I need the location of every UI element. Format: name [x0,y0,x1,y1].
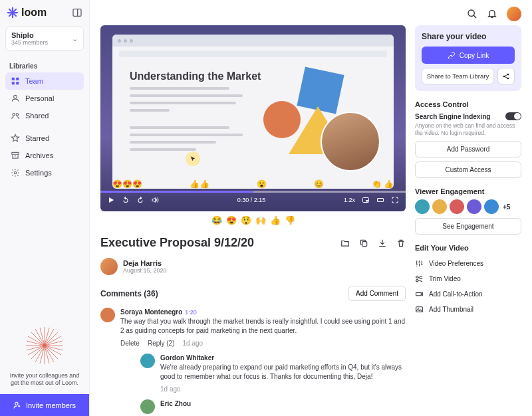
commenter-avatar[interactable] [100,308,115,322]
svg-rect-8 [12,82,15,84]
sidebar-item-settings[interactable]: Settings [5,164,84,181]
sidebar-item-shared[interactable]: Shared [5,107,84,124]
custom-access-button[interactable]: Custom Access [415,161,521,178]
author-avatar[interactable] [100,258,118,275]
sidebar-item-starred[interactable]: Starred [5,130,84,147]
svg-point-50 [416,276,418,278]
svg-rect-13 [12,152,19,154]
access-control-section: Access Control Search Engine Indexing An… [415,100,521,178]
comment-age: 1d ago [182,340,203,347]
indexing-label: Search Engine Indexing [415,113,490,120]
indexing-sub: Anyone on the web can find and access th… [415,122,521,137]
invite-icon [13,401,22,409]
cursor-icon [186,152,200,166]
rewind-icon[interactable] [122,196,130,204]
theater-icon[interactable] [376,196,384,204]
emoji-timeline: 😍😍😍👍👍😮😊👏 👍 [100,179,406,189]
libraries-heading: Libraries [5,60,84,72]
svg-point-14 [14,171,17,174]
video-title: Executive Proposal 9/12/20 [100,236,254,250]
viewer-avatar[interactable] [450,199,464,214]
reply-button[interactable]: Reply (2) [148,340,175,347]
sliders-icon [415,259,424,268]
workspace-switcher[interactable]: Shiplo 345 members ⌄ [5,27,84,51]
edit-video-section: Edit Your Video Video Preferences Trim V… [415,244,521,317]
svg-point-41 [468,10,474,16]
svg-rect-46 [362,241,367,246]
folder-icon[interactable] [340,239,350,248]
see-engagement-button[interactable]: See Engagement [415,218,521,235]
logo[interactable]: loom [7,7,47,19]
svg-rect-6 [12,78,15,80]
more-viewers[interactable]: +5 [503,203,510,211]
chevron-down-icon: ⌄ [72,35,78,43]
sidebar-item-archives[interactable]: Archives [5,147,84,164]
comments-heading: Comments (36) [100,289,158,298]
author-name: Deja Harris [123,259,167,267]
user-avatar[interactable] [507,7,521,21]
comment: Soraya Montenegro1:20 The way that you w… [100,301,406,414]
svg-point-10 [14,95,17,98]
link-icon [448,51,456,59]
video-date: August 15, 2020 [123,267,167,274]
duplicate-icon[interactable] [359,239,368,248]
shared-icon [11,111,20,120]
reactions-bar[interactable]: 😂😍😲🙌👍👎 [100,211,406,232]
download-icon[interactable] [378,239,387,248]
add-cta-button[interactable]: Add Call-to-Action [415,286,521,302]
svg-rect-9 [16,82,19,84]
invite-members-button[interactable]: Invite members [0,394,89,416]
add-password-button[interactable]: Add Password [415,141,521,157]
trim-video-button[interactable]: Trim Video [415,271,521,286]
viewer-avatar[interactable] [432,199,447,214]
viewer-avatar[interactable] [484,199,499,214]
sidebar-item-team[interactable]: Team [5,72,84,90]
svg-point-12 [16,114,19,116]
bell-icon[interactable] [487,9,497,19]
commenter-avatar[interactable] [140,399,155,414]
loom-icon [7,7,19,19]
delete-comment-button[interactable]: Delete [120,340,140,347]
fullscreen-icon[interactable] [391,196,399,204]
engagement-section: Viewer Engagement +5 See Engagement [415,187,521,235]
comment-reply: Gordon Whitaker We're already preparing … [140,347,406,393]
topbar [90,0,532,25]
scissors-icon [415,274,424,283]
share-card: Share your video Copy Link Share to Team… [415,25,521,91]
sidebar-item-personal[interactable]: Personal [5,90,84,107]
add-comment-button[interactable]: Add Comment [348,286,406,301]
svg-rect-44 [366,200,368,202]
svg-rect-52 [416,292,422,295]
share-heading: Share your video [422,32,515,41]
cta-icon [415,290,424,298]
pip-icon[interactable] [362,196,370,204]
viewer-avatar[interactable] [415,199,430,214]
video-player[interactable]: Understanding the Market [100,25,406,211]
trash-icon[interactable] [396,239,406,248]
video-preferences-button[interactable]: Video Preferences [415,256,521,271]
image-icon [415,305,424,314]
viewer-avatar[interactable] [467,199,481,214]
star-icon [11,134,20,143]
share-team-button[interactable]: Share to Team Library [422,68,494,84]
svg-point-40 [15,402,18,405]
forward-icon[interactable] [136,196,144,204]
sunburst-graphic [25,326,65,365]
commenter-avatar[interactable] [140,354,155,368]
indexing-toggle[interactable] [505,112,521,120]
collapse-panel-icon[interactable] [72,7,82,18]
copy-link-button[interactable]: Copy Link [422,47,515,64]
search-icon[interactable] [467,9,477,19]
play-icon[interactable] [107,196,115,204]
svg-point-11 [13,114,15,116]
volume-icon[interactable] [151,196,159,204]
sidebar: loom Shiplo 345 members ⌄ Libraries Team… [0,0,90,416]
add-thumbnail-button[interactable]: Add Thumbnail [415,302,521,317]
share-icon [502,72,510,80]
invite-copy: Invite your colleagues and get the most … [8,372,81,387]
speed-button[interactable]: 1.2x [344,197,355,203]
svg-rect-45 [378,199,384,202]
presenter-bubble [321,112,380,171]
video-canvas: Understanding the Market [112,35,394,189]
share-more-button[interactable] [497,68,515,84]
